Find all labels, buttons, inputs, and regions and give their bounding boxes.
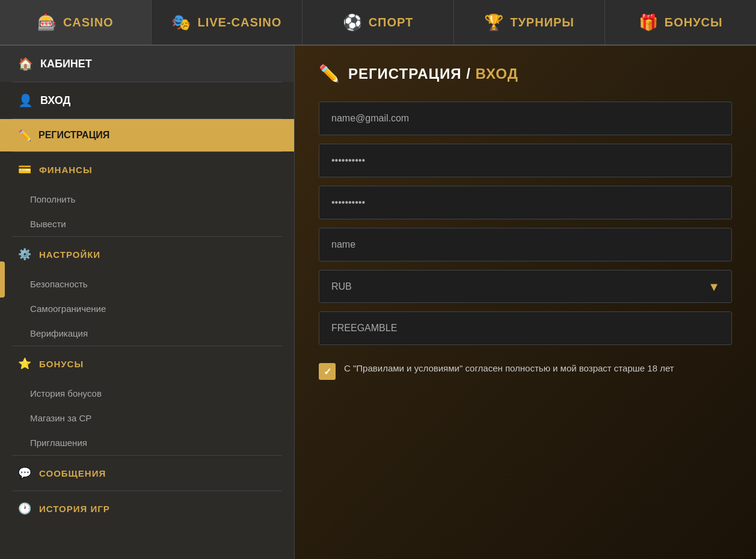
sport-label: СПОРТ bbox=[369, 16, 414, 29]
sidebar-invitations[interactable]: Приглашения bbox=[0, 430, 294, 455]
checkmark-icon: ✓ bbox=[324, 366, 331, 377]
title-separator: / bbox=[466, 66, 475, 82]
page-title: РЕГИСТРАЦИЯ / ВХОД bbox=[348, 66, 518, 82]
casino-label: CASINO bbox=[63, 16, 114, 29]
terms-row: ✓ С "Правилами и условиями" согласен пол… bbox=[319, 362, 732, 380]
messages-label: СООБЩЕНИЯ bbox=[39, 468, 106, 478]
nav-bonuses[interactable]: 🎁 БОНУСЫ bbox=[605, 0, 756, 44]
sidebar: 🏠 КАБИНЕТ 👤 ВХОД ✏️ РЕГИСТРАЦИЯ 💳 ФИНАНС… bbox=[0, 46, 295, 559]
terms-label: С "Правилами и условиями" согласен полно… bbox=[344, 362, 674, 376]
nav-casino[interactable]: 🎰 CASINO bbox=[0, 0, 152, 44]
login-label: ВХОД bbox=[40, 94, 70, 107]
sport-icon: ⚽ bbox=[343, 13, 363, 32]
sidebar-finance-header[interactable]: 💳 ФИНАНСЫ bbox=[0, 152, 294, 187]
user-icon: 👤 bbox=[18, 93, 33, 108]
nav-tournaments[interactable]: 🏆 ТУРНИРЫ bbox=[454, 0, 606, 44]
withdraw-label: Вывести bbox=[30, 219, 66, 229]
bonuses-label: БОНУСЫ bbox=[665, 16, 723, 29]
sidebar-settings-header[interactable]: ⚙️ НАСТРОЙКИ bbox=[0, 237, 294, 272]
self-restriction-label: Самоограничение bbox=[30, 304, 106, 314]
deposit-label: Пополнить bbox=[30, 194, 75, 204]
scroll-indicator bbox=[0, 261, 5, 298]
sidebar-deposit[interactable]: Пополнить bbox=[0, 187, 294, 212]
invitations-label: Приглашения bbox=[30, 438, 87, 448]
star-icon: ⭐ bbox=[18, 357, 32, 370]
messages-icon: 💬 bbox=[18, 466, 32, 480]
bonuses-sidebar-label: БОНУСЫ bbox=[39, 359, 84, 369]
finance-icon: 💳 bbox=[18, 163, 32, 176]
currency-wrapper: RUB USD EUR ▼ bbox=[319, 270, 732, 303]
nav-sport[interactable]: ⚽ СПОРТ bbox=[303, 0, 454, 44]
sidebar-cabinet[interactable]: 🏠 КАБИНЕТ bbox=[0, 46, 294, 82]
live-casino-label: LIVE-CASINO bbox=[197, 16, 281, 29]
terms-checkbox[interactable]: ✓ bbox=[319, 363, 336, 380]
sidebar-bonuses-header[interactable]: ⭐ БОНУСЫ bbox=[0, 346, 294, 381]
login-title-text: ВХОД bbox=[476, 66, 518, 82]
sidebar-self-restriction[interactable]: Самоограничение bbox=[0, 296, 294, 321]
home-icon: 🏠 bbox=[18, 57, 33, 71]
verification-label: Верификация bbox=[30, 328, 88, 338]
tournaments-label: ТУРНИРЫ bbox=[510, 16, 574, 29]
finance-label: ФИНАНСЫ bbox=[39, 165, 93, 175]
shop-label: Магазин за СР bbox=[30, 413, 91, 423]
sidebar-shop[interactable]: Магазин за СР bbox=[0, 406, 294, 430]
username-field[interactable] bbox=[319, 228, 732, 261]
bonuses-icon: 🎁 bbox=[639, 13, 659, 32]
page-header: ✏️ РЕГИСТРАЦИЯ / ВХОД bbox=[319, 64, 732, 84]
top-navigation: 🎰 CASINO 🎭 LIVE-CASINO ⚽ СПОРТ 🏆 ТУРНИРЫ… bbox=[0, 0, 756, 46]
password-field[interactable] bbox=[319, 144, 732, 177]
currency-select[interactable]: RUB USD EUR bbox=[319, 270, 732, 303]
game-history-label: ИСТОРИЯ ИГР bbox=[39, 504, 110, 514]
settings-label: НАСТРОЙКИ bbox=[39, 249, 100, 260]
registration-label: РЕГИСТРАЦИЯ bbox=[38, 130, 109, 141]
bonus-history-label: История бонусов bbox=[30, 388, 102, 399]
history-icon: 🕐 bbox=[18, 502, 32, 515]
casino-icon: 🎰 bbox=[37, 13, 57, 32]
confirm-password-field[interactable] bbox=[319, 186, 732, 219]
registration-title-text: РЕГИСТРАЦИЯ bbox=[348, 66, 462, 82]
sidebar-login[interactable]: 👤 ВХОД bbox=[0, 82, 294, 118]
cabinet-label: КАБИНЕТ bbox=[40, 58, 92, 70]
sidebar-security[interactable]: Безопасность bbox=[0, 272, 294, 296]
sidebar-withdraw[interactable]: Вывести bbox=[0, 212, 294, 236]
sidebar-game-history-header[interactable]: 🕐 ИСТОРИЯ ИГР bbox=[0, 491, 294, 526]
tournaments-icon: 🏆 bbox=[484, 13, 504, 32]
sidebar-registration[interactable]: ✏️ РЕГИСТРАЦИЯ bbox=[0, 119, 294, 151]
main-layout: 🏠 КАБИНЕТ 👤 ВХОД ✏️ РЕГИСТРАЦИЯ 💳 ФИНАНС… bbox=[0, 46, 756, 559]
sidebar-bonus-history[interactable]: История бонусов bbox=[0, 381, 294, 406]
live-casino-icon: 🎭 bbox=[171, 13, 191, 32]
page-header-icon: ✏️ bbox=[319, 64, 340, 84]
email-field[interactable] bbox=[319, 102, 732, 135]
main-content: ✏️ РЕГИСТРАЦИЯ / ВХОД RUB USD EUR ▼ bbox=[295, 46, 756, 559]
nav-live-casino[interactable]: 🎭 LIVE-CASINO bbox=[152, 0, 303, 44]
registration-icon: ✏️ bbox=[18, 129, 31, 142]
security-label: Безопасность bbox=[30, 279, 88, 289]
settings-icon: ⚙️ bbox=[18, 248, 32, 261]
sidebar-messages-header[interactable]: 💬 СООБЩЕНИЯ bbox=[0, 456, 294, 490]
sidebar-verification[interactable]: Верификация bbox=[0, 321, 294, 346]
promo-code-field[interactable] bbox=[319, 311, 732, 345]
